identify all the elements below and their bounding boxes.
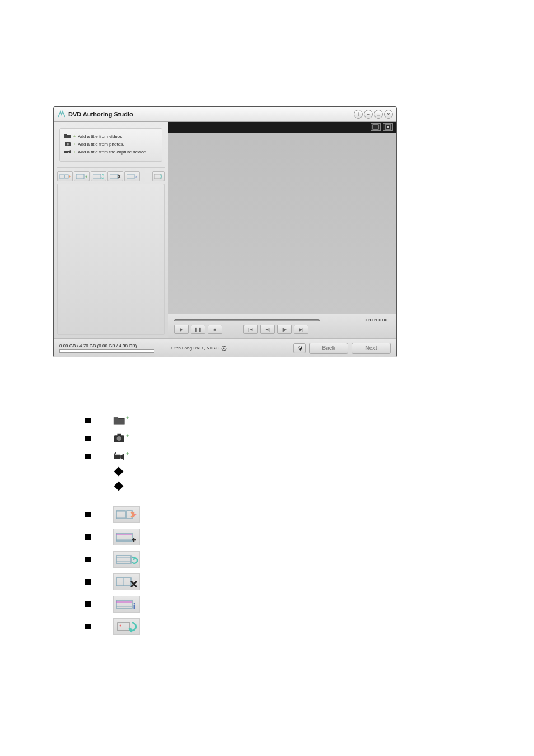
list-item [85, 573, 140, 590]
next-label: Next [365, 345, 377, 351]
info-button[interactable]: i [354, 110, 363, 119]
play-button[interactable]: ▶ [174, 325, 189, 334]
add-panel: + Add a title from videos. + Add a title… [59, 128, 162, 162]
bullet-icon [85, 624, 91, 629]
svg-rect-3 [59, 175, 64, 178]
title-list-area[interactable] [57, 184, 165, 335]
preview-fullscreen-button[interactable] [383, 123, 393, 131]
svg-rect-5 [76, 174, 84, 179]
add-capture-label: Add a title from the capture device. [78, 150, 147, 155]
list-item: + [85, 414, 140, 427]
list-item [115, 483, 140, 489]
plus-icon: + [73, 142, 76, 146]
icon-legend-list: + + + [85, 414, 140, 641]
add-photos-label: Add a title from photos. [78, 142, 124, 147]
add-title-from-videos[interactable]: + Add a title from videos. [64, 133, 157, 139]
bullet-icon [85, 557, 91, 562]
goto-end-button[interactable]: ▶| [294, 325, 308, 334]
svg-rect-37 [116, 600, 132, 608]
camcorder-icon [64, 149, 71, 155]
list-item [85, 506, 140, 523]
progress-row: 00:00:00.00 [174, 318, 391, 323]
burn-button[interactable] [293, 343, 306, 353]
edit-title-button[interactable] [57, 171, 73, 181]
svg-rect-28 [116, 533, 132, 541]
preview-controls: 00:00:00.00 ▶ ❚❚ ■ |◄ ◄| |▶ ▶| [168, 314, 396, 338]
transition-icon [113, 618, 140, 635]
add-title-from-capture[interactable]: + Add a title from the capture device. [64, 149, 157, 155]
back-button[interactable]: Back [309, 343, 348, 354]
footer: 0.00 GB / 4.70 GB (0.00 GB / 4.38 GB) Ul… [54, 339, 396, 357]
footer-left: 0.00 GB / 4.70 GB (0.00 GB / 4.38 GB) [59, 343, 154, 353]
step-forward-button[interactable]: |▶ [277, 325, 292, 334]
svg-rect-20 [117, 434, 121, 436]
list-item [85, 618, 140, 635]
plus-icon: + [73, 134, 76, 138]
title-left: DVD Authoring Studio [57, 110, 133, 118]
svg-point-1 [67, 143, 69, 146]
delete-title-icon [113, 573, 140, 590]
rotate-title-icon [113, 551, 140, 568]
minimize-button[interactable]: – [364, 110, 373, 119]
titlebar: DVD Authoring Studio i – □ × [54, 107, 396, 122]
edit-title-icon [113, 506, 140, 523]
svg-point-19 [117, 436, 121, 441]
preview-area[interactable] [168, 133, 396, 314]
preview-header [168, 122, 396, 133]
folder-icon [64, 133, 71, 139]
progress-slider[interactable] [174, 319, 320, 321]
step-back-button[interactable]: ◄| [260, 325, 275, 334]
format-label: Ultra Long DVD , NTSC [171, 346, 218, 351]
svg-text:+: + [126, 433, 129, 438]
camcorder-plus-icon: + [113, 450, 129, 463]
playback-controls: ▶ ❚❚ ■ |◄ ◄| |▶ ▶| [174, 325, 391, 334]
capacity-bar [59, 349, 154, 353]
maximize-button[interactable]: □ [374, 110, 383, 119]
list-item: + [85, 450, 140, 463]
bullet-icon [85, 512, 91, 517]
close-button[interactable]: × [384, 110, 393, 119]
back-label: Back [322, 345, 335, 351]
folder-plus-icon: + [113, 414, 129, 427]
list-item [85, 596, 140, 613]
add-videos-label: Add a title from videos. [78, 134, 123, 139]
settings-icon[interactable] [221, 345, 227, 352]
preview-panel: 00:00:00.00 ▶ ❚❚ ■ |◄ ◄| |▶ ▶| [168, 122, 396, 338]
stop-button[interactable]: ■ [208, 325, 222, 334]
svg-rect-12 [373, 125, 378, 129]
svg-text:+: + [126, 415, 129, 421]
bullet-icon [85, 601, 91, 607]
svg-rect-14 [387, 126, 389, 128]
add-chapter-button[interactable]: + [74, 171, 90, 181]
preview-window-button[interactable] [371, 123, 381, 131]
add-title-from-photos[interactable]: + Add a title from photos. [64, 141, 157, 147]
svg-rect-8 [110, 174, 118, 179]
left-panel: + Add a title from videos. + Add a title… [54, 122, 168, 338]
svg-point-43 [120, 625, 121, 627]
svg-rect-32 [116, 556, 131, 563]
svg-rect-9 [127, 174, 134, 179]
add-chapter-icon [113, 529, 140, 545]
footer-nav: Back Next [293, 343, 391, 354]
timecode: 00:00:00.00 [357, 318, 391, 323]
next-button[interactable]: Next [352, 343, 391, 354]
capacity-label: 0.00 GB / 4.70 GB (0.00 GB / 4.38 GB) [59, 343, 154, 348]
bullet-icon [85, 436, 91, 441]
delete-title-button[interactable] [107, 171, 123, 181]
title-toolbar: + i [57, 167, 165, 181]
goto-start-button[interactable]: |◄ [243, 325, 258, 334]
diamond-bullet-icon [114, 467, 124, 477]
list-item: + [85, 432, 140, 445]
transition-button[interactable] [152, 171, 165, 181]
svg-rect-41 [134, 605, 135, 609]
svg-rect-35 [116, 578, 131, 586]
pause-button[interactable]: ❚❚ [191, 325, 205, 334]
list-item [85, 551, 140, 568]
rotate-title-button[interactable] [91, 171, 106, 181]
svg-point-40 [134, 603, 135, 605]
list-item [115, 468, 140, 475]
svg-text:i: i [135, 174, 137, 179]
window-controls: i – □ × [354, 110, 393, 119]
title-info-button[interactable]: i [124, 171, 140, 181]
title-info-icon [113, 596, 140, 613]
